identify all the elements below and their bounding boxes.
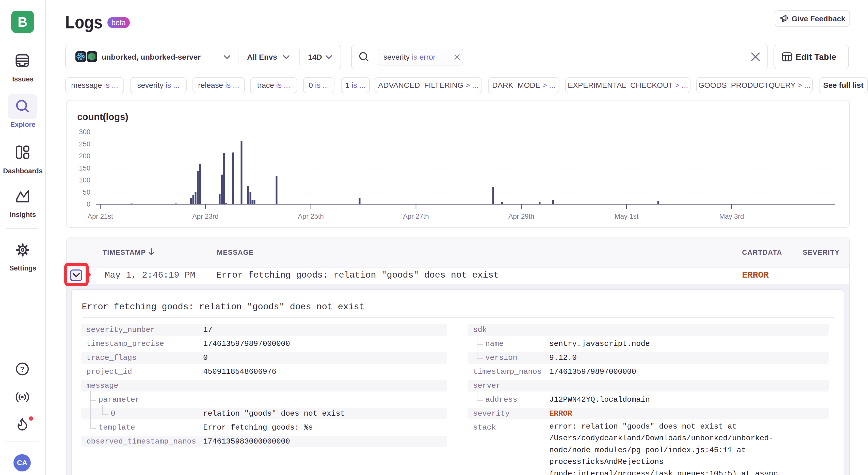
- svg-text:Apr 25th: Apr 25th: [298, 213, 324, 220]
- svg-text:200: 200: [79, 152, 90, 160]
- svg-text:Apr 23rd: Apr 23rd: [192, 213, 219, 220]
- svg-text:250: 250: [79, 140, 90, 148]
- svg-text:0: 0: [87, 200, 90, 208]
- svg-text:100: 100: [79, 176, 90, 184]
- svg-text:?: ?: [20, 365, 25, 373]
- svg-text:50: 50: [83, 189, 90, 196]
- svg-text:300: 300: [79, 128, 90, 136]
- svg-text:May 3rd: May 3rd: [719, 213, 744, 220]
- svg-text:Apr 27th: Apr 27th: [403, 213, 429, 220]
- svg-text:May 1st: May 1st: [615, 213, 639, 220]
- svg-text:150: 150: [79, 164, 90, 172]
- svg-text:Apr 21st: Apr 21st: [88, 213, 113, 220]
- svg-text:Apr 29th: Apr 29th: [508, 213, 534, 220]
